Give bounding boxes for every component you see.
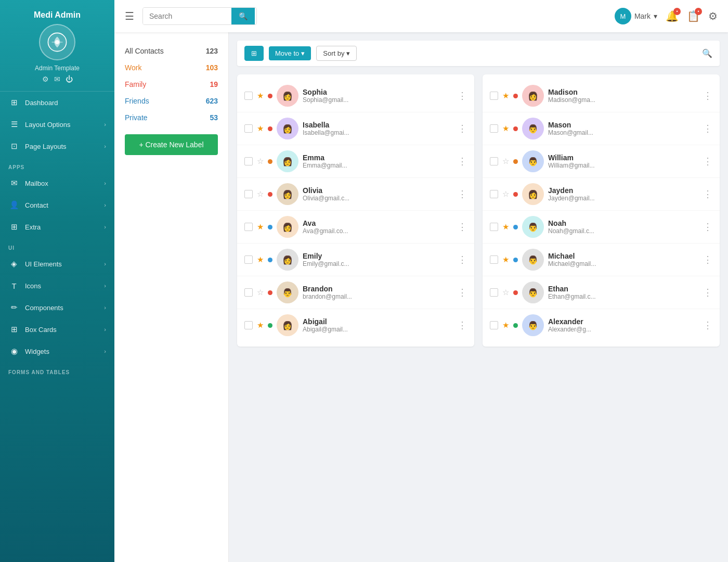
star-icon[interactable]: ★ [257,91,264,100]
star-icon[interactable]: ☆ [502,189,509,199]
more-options-icon[interactable]: ⋮ [458,221,467,233]
power-icon[interactable]: ⏻ [66,75,73,83]
layout-icon: ☰ [8,119,20,130]
mail-icon[interactable]: ✉ [54,75,60,83]
search-input[interactable] [143,8,231,24]
contact-checkbox[interactable] [244,124,253,133]
more-options-icon[interactable]: ⋮ [458,320,467,331]
private-label: Private [125,113,148,122]
more-options-icon[interactable]: ⋮ [458,156,467,167]
contact-checkbox[interactable] [490,256,498,264]
contact-info: Ava Ava@gmail.co... [303,219,453,235]
sidebar-item-mailbox[interactable]: ✉ Mailbox › [0,172,114,194]
contact-checkbox[interactable] [244,190,253,198]
grid-view-button[interactable]: ⊞ [244,46,264,61]
contact-row-isabella: ★ 👩 Isabella Isabella@gmai... ⋮ [237,112,474,145]
ui-elements-icon: ◈ [8,258,20,270]
private-group[interactable]: Private 53 [114,109,228,126]
more-options-icon[interactable]: ⋮ [703,320,712,331]
more-options-icon[interactable]: ⋮ [458,287,467,298]
friends-group[interactable]: Friends 623 [114,93,228,109]
topbar: ☰ 🔍 M Mark ▾ 🔔 • 📋 • ⚙ [114,0,728,32]
move-to-button[interactable]: Move to ▾ [269,46,311,60]
star-icon[interactable]: ★ [257,255,264,264]
components-icon: ✏ [8,302,20,313]
star-icon[interactable]: ★ [257,222,264,232]
topbar-user[interactable]: M Mark ▾ [615,8,657,24]
contact-checkbox[interactable] [244,223,253,231]
more-options-icon[interactable]: ⋮ [703,90,712,101]
sidebar-item-dashboard[interactable]: ⊞ Dashboard [0,92,114,113]
sidebar-item-page-layouts[interactable]: ⊡ Page Layouts › [0,135,114,157]
star-icon[interactable]: ★ [502,124,509,133]
more-options-icon[interactable]: ⋮ [703,287,712,298]
chevron-right-icon: › [104,121,106,127]
avatar: 👨 [522,249,544,271]
contact-email: Michael@gmail... [548,260,699,267]
more-options-icon[interactable]: ⋮ [458,90,467,101]
more-options-icon[interactable]: ⋮ [703,221,712,233]
sidebar-item-icons[interactable]: T Icons › [0,275,114,297]
sidebar-item-extra[interactable]: ⊞ Extra › [0,216,114,238]
contact-icon: 👤 [8,199,20,211]
settings-topbar-icon[interactable]: ⚙ [708,10,718,22]
star-icon[interactable]: ★ [257,124,264,133]
sidebar-item-ui-elements[interactable]: ◈ UI Elements › [0,253,114,275]
contact-checkbox[interactable] [244,157,253,165]
search-button[interactable]: 🔍 [231,8,255,24]
star-icon[interactable]: ☆ [257,189,264,199]
contact-checkbox[interactable] [244,288,253,297]
star-icon[interactable]: ☆ [257,288,264,297]
contact-name: Mason [548,121,699,129]
sidebar-item-layout-options[interactable]: ☰ Layout Options › [0,113,114,135]
contact-checkbox[interactable] [490,321,498,329]
contact-checkbox[interactable] [490,223,498,231]
family-group[interactable]: Family 19 [114,76,228,93]
star-icon[interactable]: ★ [502,222,509,232]
more-options-icon[interactable]: ⋮ [703,123,712,134]
contact-email: Abigail@gmail... [303,326,453,333]
sidebar-item-box-cards[interactable]: ⊞ Box Cards › [0,318,114,340]
user-caret-icon: ▾ [654,12,657,20]
work-group[interactable]: Work 103 [114,59,228,76]
star-icon[interactable]: ★ [502,321,509,330]
clipboard-icon[interactable]: 📋 • [687,10,700,22]
toolbar-search-icon[interactable]: 🔍 [702,48,712,58]
more-options-icon[interactable]: ⋮ [703,188,712,200]
all-contacts-group[interactable]: All Contacts 123 [114,43,228,59]
contact-email: Isabella@gmai... [303,129,453,136]
more-options-icon[interactable]: ⋮ [458,254,467,265]
move-to-caret-icon: ▾ [301,49,305,57]
more-options-icon[interactable]: ⋮ [458,123,467,134]
sidebar-item-widgets[interactable]: ◉ Widgets › [0,340,114,362]
hamburger-icon[interactable]: ☰ [125,10,134,22]
contact-checkbox[interactable] [490,157,498,165]
contact-checkbox[interactable] [244,256,253,264]
contact-checkbox[interactable] [490,288,498,297]
avatar: M [615,8,631,24]
contacts-card-left: ★ 👩 Sophia Sophia@gmail... ⋮ ★ 👩 [237,74,474,347]
more-options-icon[interactable]: ⋮ [703,156,712,167]
create-new-label-button[interactable]: + Create New Label [125,134,218,155]
notifications-icon[interactable]: 🔔 • [666,10,679,22]
contact-checkbox[interactable] [490,124,498,133]
star-icon[interactable]: ☆ [257,157,264,166]
contact-name: Jayden [548,186,699,195]
star-icon[interactable]: ☆ [502,288,509,297]
sort-by-button[interactable]: Sort by ▾ [316,46,357,61]
star-icon[interactable]: ★ [502,91,509,100]
sidebar-item-contact[interactable]: 👤 Contact › [0,194,114,216]
star-icon[interactable]: ☆ [502,157,509,166]
star-icon[interactable]: ★ [257,321,264,330]
contact-checkbox[interactable] [244,321,253,329]
settings-icon[interactable]: ⚙ [42,75,49,83]
brand-subtitle: Admin Template [35,65,80,72]
more-options-icon[interactable]: ⋮ [458,188,467,200]
star-icon[interactable]: ★ [502,255,509,264]
more-options-icon[interactable]: ⋮ [703,254,712,265]
contact-checkbox[interactable] [244,92,253,100]
contact-email: Noah@gmail.c... [548,227,699,235]
contact-checkbox[interactable] [490,190,498,198]
contact-checkbox[interactable] [490,92,498,100]
sidebar-item-components[interactable]: ✏ Components › [0,297,114,318]
